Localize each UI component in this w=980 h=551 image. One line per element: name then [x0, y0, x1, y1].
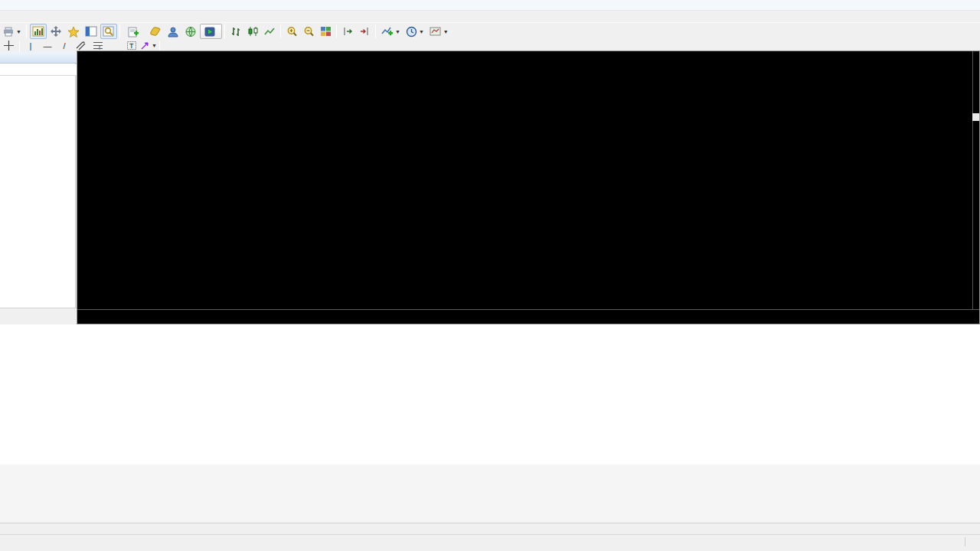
tile-windows-button[interactable] [318, 24, 334, 39]
svg-text:T: T [129, 42, 134, 50]
new-chart-button[interactable] [30, 24, 47, 39]
svg-text:f: f [99, 45, 100, 51]
toolbar-separator [375, 24, 376, 38]
expert-advisor-button[interactable] [165, 24, 181, 39]
toolbar-separator [280, 24, 281, 38]
line-chart-mode-button[interactable] [262, 24, 278, 39]
zoom-out-button[interactable] [301, 24, 317, 39]
text-label-tool-button[interactable]: T [123, 40, 140, 51]
status-bar [0, 534, 980, 549]
crosshair-tool-button[interactable] [0, 40, 17, 51]
price-axis[interactable] [972, 51, 979, 309]
arrows-tool-button[interactable]: ▼ [140, 40, 157, 51]
favorites-button[interactable] [65, 24, 82, 39]
chart-window[interactable] [77, 51, 980, 324]
backtest-report-table [0, 324, 980, 465]
menu-bar [0, 11, 980, 22]
new-order-button[interactable] [123, 24, 146, 39]
cursor-mode-button[interactable] [47, 24, 64, 39]
print-caret-icon: ▼ [16, 29, 21, 34]
time-axis[interactable] [77, 309, 979, 324]
zoom-in-button[interactable] [284, 24, 300, 39]
fibonacci-tool-button[interactable]: f [90, 40, 106, 51]
script-button[interactable] [147, 24, 164, 39]
tester-tabs [0, 523, 980, 534]
bar-chart-mode-button[interactable] [228, 24, 244, 39]
toolbar-separator [336, 24, 337, 38]
indicators-caret-icon: ▼ [395, 29, 400, 34]
symbol-search-button[interactable] [100, 24, 117, 39]
text-tool-button[interactable] [106, 40, 123, 51]
candle-chart-mode-button[interactable] [245, 24, 261, 39]
horizontal-line-tool-button[interactable]: — [39, 40, 56, 51]
current-price-tag [972, 113, 979, 121]
trendline-tool-button[interactable]: / [56, 40, 73, 51]
mdi-child-minimize-button[interactable] [963, 11, 974, 20]
templates-caret-icon: ▼ [443, 29, 449, 34]
candlestick-chart[interactable] [77, 51, 979, 324]
market-watch-header [0, 64, 77, 76]
channel-tool-button[interactable] [73, 40, 90, 51]
title-bar [0, 0, 980, 11]
autotrading-button[interactable] [200, 24, 222, 39]
market-watch-caption[interactable] [0, 52, 77, 64]
periods-caret-icon: ▼ [419, 29, 424, 34]
community-button[interactable] [182, 24, 199, 39]
indicators-dropdown-button[interactable]: ▼ [379, 24, 403, 39]
chart-shift-button[interactable] [357, 24, 373, 39]
maximize-button[interactable] [956, 0, 968, 10]
connection-cell [965, 537, 980, 546]
toolbar-separator [119, 24, 120, 38]
arrows-caret-icon: ▼ [152, 43, 157, 48]
report-empty-area [0, 465, 980, 523]
vertical-line-tool-button[interactable]: | [22, 40, 39, 51]
market-watch-tabs [0, 308, 77, 324]
periods-dropdown-button[interactable]: ▼ [403, 24, 426, 39]
print-button[interactable]: ▼ [1, 24, 24, 39]
market-watch-panel [0, 52, 77, 324]
toolbar-separator [224, 24, 225, 38]
market-watch-rows [0, 76, 77, 308]
toolbar-separator [26, 24, 27, 38]
minimize-button[interactable] [936, 0, 948, 10]
templates-dropdown-button[interactable]: ▼ [427, 24, 451, 39]
auto-scroll-button[interactable] [340, 24, 356, 39]
profiles-button[interactable] [83, 24, 100, 39]
standard-toolbar: ▼ [0, 22, 980, 39]
